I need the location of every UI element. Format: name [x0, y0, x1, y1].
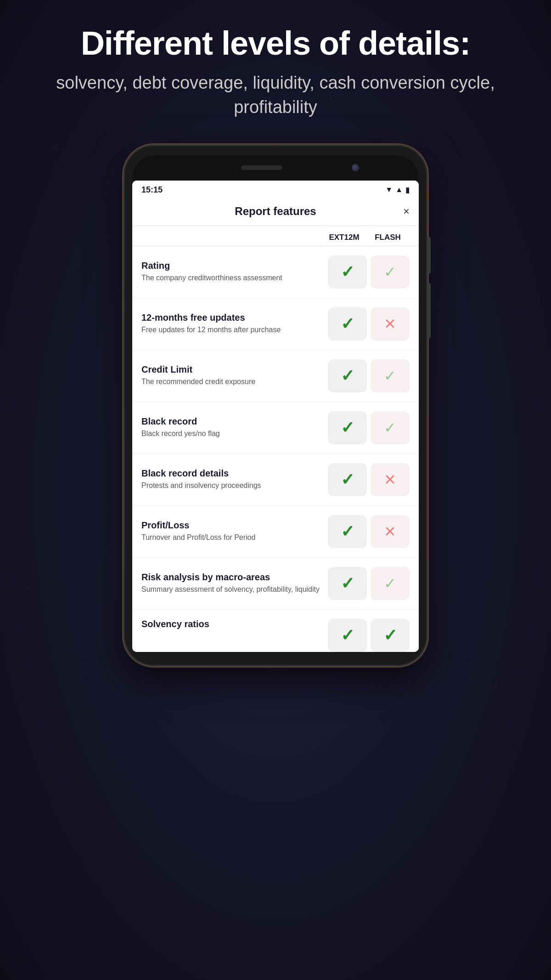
check-solvency-flash: ✓	[371, 619, 410, 652]
feature-title-credit-limit: Credit Limit	[141, 364, 320, 375]
phone-speaker	[241, 165, 282, 170]
status-bar-right: ▼ ▲ ▮	[385, 186, 410, 194]
check-profit-loss-flash: ✕	[371, 515, 410, 548]
checkmark-green-icon: ✓	[383, 626, 397, 645]
feature-title-black-record: Black record	[141, 416, 320, 427]
checkmark-light-icon: ✓	[384, 367, 396, 385]
hero-subtitle: solvency, debt coverage, liquidity, cash…	[0, 71, 551, 119]
check-updates-ext: ✓	[328, 307, 367, 340]
feature-info-solvency: Solvency ratios	[141, 619, 324, 631]
phone-camera	[352, 164, 359, 171]
feature-row-credit-limit: Credit Limit The recommended credit expo…	[132, 350, 419, 402]
feature-info-profit-loss: Profit/Loss Turnover and Profit/Loss for…	[141, 520, 324, 543]
check-updates-flash: ✕	[371, 307, 410, 340]
feature-title-updates: 12-months free updates	[141, 312, 320, 323]
signal-icon: ▲	[395, 186, 403, 194]
col-spacer	[141, 233, 322, 242]
page-wrapper: Different levels of details: solvency, d…	[0, 0, 551, 980]
feature-row-rating: Rating The company creditworthiness asse…	[132, 246, 419, 298]
battery-icon: ▮	[405, 186, 410, 194]
feature-desc-risk-analysis: Summary assessment of solvency, profitab…	[141, 584, 320, 595]
feature-desc-profit-loss: Turnover and Profit/Loss for Period	[141, 532, 320, 543]
phone-frame: 15:15 ▼ ▲ ▮ Report features × EXT12M FLA…	[124, 145, 427, 666]
feature-title-black-record-details: Black record details	[141, 468, 320, 479]
feature-info-risk-analysis: Risk analysis by macro-areas Summary ass…	[141, 572, 324, 595]
col-flash-label: FLASH	[366, 233, 410, 242]
checkmark-light-icon: ✓	[384, 575, 396, 592]
close-button[interactable]: ×	[403, 205, 410, 218]
checkmark-green-icon: ✓	[341, 314, 354, 334]
check-credit-limit-ext: ✓	[328, 359, 367, 392]
checkmark-green-icon: ✓	[341, 626, 354, 645]
feature-title-solvency: Solvency ratios	[141, 619, 320, 629]
feature-title-risk-analysis: Risk analysis by macro-areas	[141, 572, 320, 583]
checkmark-green-icon: ✓	[341, 522, 354, 541]
checkmark-green-icon: ✓	[341, 262, 354, 282]
check-risk-analysis-ext: ✓	[328, 567, 367, 600]
check-black-record-details-flash: ✕	[371, 463, 410, 496]
feature-row-profit-loss: Profit/Loss Turnover and Profit/Loss for…	[132, 506, 419, 558]
checkmark-green-icon: ✓	[341, 470, 354, 489]
phone-top-bar	[132, 155, 419, 181]
checkmark-light-icon: ✓	[384, 263, 396, 281]
feature-desc-updates: Free updates for 12 months after purchas…	[141, 325, 320, 335]
features-list: Rating The company creditworthiness asse…	[132, 246, 419, 652]
feature-row-updates: 12-months free updates Free updates for …	[132, 298, 419, 350]
feature-title-profit-loss: Profit/Loss	[141, 520, 320, 531]
check-credit-limit-flash: ✓	[371, 359, 410, 392]
feature-desc-black-record: Black record yes/no flag	[141, 429, 320, 439]
feature-desc-credit-limit: The recommended credit exposure	[141, 377, 320, 387]
app-header-title: Report features	[235, 205, 316, 218]
check-risk-analysis-flash: ✓	[371, 567, 410, 600]
feature-info-black-record-details: Black record details Protests and insolv…	[141, 468, 324, 491]
check-black-record-flash: ✓	[371, 411, 410, 444]
feature-row-risk-analysis: Risk analysis by macro-areas Summary ass…	[132, 558, 419, 610]
feature-info-updates: 12-months free updates Free updates for …	[141, 312, 324, 335]
feature-desc-black-record-details: Protests and insolvency proceedings	[141, 481, 320, 491]
checkmark-green-icon: ✓	[341, 418, 354, 437]
feature-row-solvency: Solvency ratios ✓ ✓	[132, 610, 419, 652]
check-black-record-details-ext: ✓	[328, 463, 367, 496]
check-black-record-ext: ✓	[328, 411, 367, 444]
feature-row-black-record-details: Black record details Protests and insolv…	[132, 454, 419, 506]
cross-red-icon: ✕	[384, 523, 396, 540]
col-ext12m-label: EXT12M	[322, 233, 366, 242]
app-header: Report features ×	[132, 198, 419, 226]
feature-row-black-record: Black record Black record yes/no flag ✓ …	[132, 402, 419, 454]
check-solvency-ext: ✓	[328, 619, 367, 652]
status-time: 15:15	[141, 185, 163, 195]
phone-screen: 15:15 ▼ ▲ ▮ Report features × EXT12M FLA…	[132, 181, 419, 652]
feature-info-credit-limit: Credit Limit The recommended credit expo…	[141, 364, 324, 387]
check-rating-flash: ✓	[371, 255, 410, 289]
check-rating-ext: ✓	[328, 255, 367, 289]
check-profit-loss-ext: ✓	[328, 515, 367, 548]
feature-info-rating: Rating The company creditworthiness asse…	[141, 261, 324, 283]
checkmark-light-icon: ✓	[384, 419, 396, 436]
checkmark-green-icon: ✓	[341, 574, 354, 593]
checkmark-green-icon: ✓	[341, 366, 354, 385]
feature-desc-rating: The company creditworthiness assessment	[141, 273, 320, 283]
feature-info-black-record: Black record Black record yes/no flag	[141, 416, 324, 439]
wifi-icon: ▼	[385, 186, 393, 194]
hero-title: Different levels of details:	[53, 25, 498, 62]
cross-red-icon: ✕	[384, 315, 396, 333]
feature-title-rating: Rating	[141, 261, 320, 271]
cross-red-icon: ✕	[384, 471, 396, 488]
column-headers: EXT12M FLASH	[132, 226, 419, 246]
status-bar: 15:15 ▼ ▲ ▮	[132, 181, 419, 198]
